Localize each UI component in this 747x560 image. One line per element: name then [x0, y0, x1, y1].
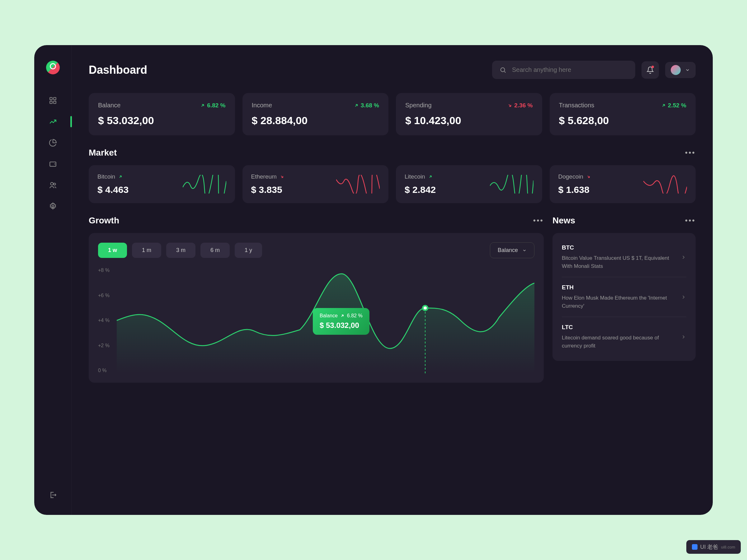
svg-point-11 — [423, 306, 427, 310]
stat-value: $ 53.032,00 — [98, 114, 226, 127]
nav-settings[interactable] — [49, 202, 57, 211]
market-value: $ 1.638 — [558, 185, 640, 195]
trending-up-icon — [49, 117, 57, 126]
metric-selector[interactable]: Balance — [490, 242, 535, 258]
news-text: How Elon Musk Made Ethereum the 'Interne… — [562, 294, 676, 310]
chevron-right-icon — [681, 255, 686, 260]
period-btn-1y[interactable]: 1 y — [235, 243, 262, 258]
app-logo — [46, 61, 60, 74]
search-box[interactable] — [492, 61, 635, 79]
svg-rect-0 — [50, 97, 52, 100]
stats-row: Balance 6.82 % $ 53.032,00 Income 3.68 % — [89, 93, 696, 135]
logout-icon — [49, 491, 57, 499]
market-name: Litecoin — [405, 173, 486, 180]
avatar — [671, 65, 681, 75]
growth-chart[interactable]: +8 % +6 % +4 % +2 % 0 % — [98, 268, 535, 373]
arrow-up-right-icon — [118, 175, 123, 179]
svg-rect-1 — [54, 97, 56, 100]
nav-users[interactable] — [49, 181, 57, 189]
stat-card-balance[interactable]: Balance 6.82 % $ 53.032,00 — [89, 93, 235, 135]
svg-point-6 — [54, 183, 56, 185]
stat-label: Spending — [405, 102, 432, 109]
pie-chart-icon — [49, 139, 57, 147]
nav-reports[interactable] — [49, 138, 57, 147]
market-card-dogecoin[interactable]: Dogecoin $ 1.638 — [550, 165, 696, 203]
period-btn-3m[interactable]: 3 m — [166, 243, 196, 258]
period-btn-1w[interactable]: 1 w — [98, 243, 127, 258]
stat-label: Transactions — [559, 102, 594, 109]
stat-value: $ 10.423,00 — [405, 114, 533, 127]
market-name: Dogecoin — [558, 173, 640, 180]
watermark: UI 老爸 ui8.com — [686, 540, 741, 554]
header: Dashboard — [89, 61, 696, 79]
stat-card-income[interactable]: Income 3.68 % $ 28.884,00 — [242, 93, 389, 135]
period-btn-6m[interactable]: 6 m — [201, 243, 230, 258]
market-card-bitcoin[interactable]: Bitcoin $ 4.463 — [89, 165, 235, 203]
notifications-button[interactable] — [642, 61, 659, 79]
news-item[interactable]: LTC Litecoin demand soared good because … — [562, 317, 686, 356]
main-content: Dashboard Balance — [72, 45, 713, 515]
section-title: News — [552, 216, 575, 225]
svg-point-8 — [501, 68, 505, 72]
arrow-up-right-icon — [428, 175, 433, 179]
sidebar — [34, 45, 72, 515]
search-input[interactable] — [512, 66, 628, 74]
news-more-button[interactable]: ••• — [685, 216, 696, 225]
stat-card-spending[interactable]: Spending 2.36 % $ 10.423,00 — [396, 93, 542, 135]
market-card-litecoin[interactable]: Litecoin $ 2.842 — [396, 165, 542, 203]
stat-card-transactions[interactable]: Transactions 2.52 % $ 5.628,00 — [550, 93, 696, 135]
section-title: Growth — [89, 216, 119, 225]
news-ticker: LTC — [562, 324, 676, 331]
market-more-button[interactable]: ••• — [685, 149, 696, 157]
news-item[interactable]: BTC Bitcoin Value Translucent US $ 1T, E… — [562, 237, 686, 277]
arrow-up-right-icon — [340, 314, 344, 318]
chevron-right-icon — [681, 334, 686, 340]
market-value: $ 2.842 — [405, 185, 486, 195]
news-ticker: BTC — [562, 244, 676, 251]
app-window: Dashboard Balance — [34, 45, 713, 515]
chart-tooltip: Balance 6.82 % $ 53.032,00 — [313, 308, 369, 335]
market-header: Market ••• — [89, 148, 696, 158]
nav-dashboard[interactable] — [49, 96, 57, 105]
stat-label: Balance — [98, 102, 121, 109]
svg-point-5 — [50, 182, 53, 185]
svg-rect-2 — [50, 101, 52, 104]
news-ticker: ETH — [562, 284, 676, 291]
y-axis-labels: +8 % +6 % +4 % +2 % 0 % — [98, 268, 109, 373]
growth-panel: Growth ••• 1 w 1 m 3 m 6 m 1 y Balance — [89, 216, 544, 383]
stat-change: 6.82 % — [200, 102, 225, 109]
notification-dot — [651, 65, 654, 68]
stat-change: 2.52 % — [661, 102, 686, 109]
chevron-right-icon — [681, 294, 686, 300]
wallet-icon — [49, 160, 57, 168]
nav-wallet[interactable] — [49, 160, 57, 168]
news-list: BTC Bitcoin Value Translucent US $ 1T, E… — [552, 233, 696, 361]
arrow-down-right-icon — [507, 103, 512, 108]
stat-change: 2.36 % — [507, 102, 533, 109]
gear-icon — [49, 202, 57, 210]
arrow-up-right-icon — [200, 103, 205, 108]
search-icon — [499, 66, 507, 74]
sparkline — [643, 175, 687, 193]
market-value: $ 3.835 — [251, 185, 333, 195]
growth-more-button[interactable]: ••• — [533, 216, 544, 225]
news-text: Litecoin demand soared good because of c… — [562, 334, 676, 350]
section-title: Market — [89, 148, 117, 158]
market-name: Bitcoin — [97, 173, 179, 180]
news-panel: News ••• BTC Bitcoin Value Translucent U… — [552, 216, 696, 383]
stat-value: $ 28.884,00 — [252, 114, 380, 127]
growth-card: 1 w 1 m 3 m 6 m 1 y Balance +8 % + — [89, 233, 544, 383]
market-card-ethereum[interactable]: Ethereum $ 3.835 — [242, 165, 389, 203]
profile-menu[interactable] — [665, 62, 696, 78]
nav-logout[interactable] — [49, 490, 57, 499]
grid-icon — [49, 97, 57, 105]
nav-analytics[interactable] — [49, 117, 57, 126]
news-item[interactable]: ETH How Elon Musk Made Ethereum the 'Int… — [562, 277, 686, 317]
svg-point-7 — [52, 205, 54, 208]
svg-rect-3 — [54, 101, 56, 104]
news-text: Bitcoin Value Translucent US $ 1T, Equiv… — [562, 254, 676, 270]
stat-label: Income — [252, 102, 272, 109]
period-btn-1m[interactable]: 1 m — [132, 243, 161, 258]
arrow-up-right-icon — [661, 103, 666, 108]
sparkline — [183, 175, 226, 193]
